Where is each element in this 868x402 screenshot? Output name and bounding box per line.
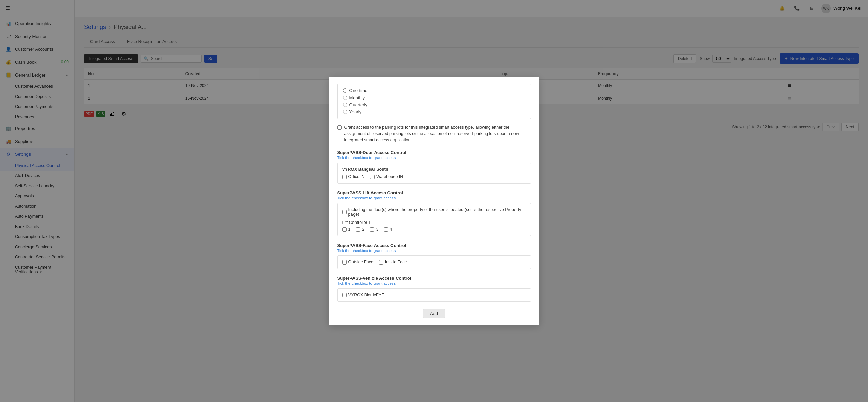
parking-label[interactable]: Grant access to the parking lots for thi… bbox=[344, 124, 531, 143]
door-access-hint: Tick the checkbox to grant access bbox=[337, 156, 531, 160]
include-floor-label[interactable]: Including the floor(s) where the propert… bbox=[348, 207, 526, 217]
lift-access-hint: Tick the checkbox to grant access bbox=[337, 196, 531, 200]
door-warehouse-in-label[interactable]: Warehouse IN bbox=[376, 174, 403, 179]
modal-body: One-time Monthly Quarterly Yearly G bbox=[329, 77, 539, 325]
vehicle-access-section: SuperPASS-Vehicle Access Control Tick th… bbox=[337, 276, 531, 302]
door-access-group-title: VYROX Bangsar South bbox=[342, 167, 526, 172]
lift-controller-title: Lift Controller 1 bbox=[342, 220, 526, 225]
floor-4-label[interactable]: 4 bbox=[390, 227, 392, 232]
door-office-in: Office IN bbox=[342, 174, 365, 179]
frequency-box: One-time Monthly Quarterly Yearly bbox=[337, 84, 531, 119]
modal-dialog: One-time Monthly Quarterly Yearly G bbox=[329, 77, 539, 325]
parking-checkbox[interactable] bbox=[337, 125, 342, 130]
radio-yearly-input[interactable] bbox=[343, 110, 347, 114]
vyrox-bionic-eye-label[interactable]: VYROX BionicEYE bbox=[348, 293, 384, 297]
floor-3-label[interactable]: 3 bbox=[376, 227, 378, 232]
vehicle-access-checkboxes: VYROX BionicEYE bbox=[342, 293, 526, 297]
face-access-section: SuperPASS-Face Access Control Tick the c… bbox=[337, 243, 531, 269]
outside-face-checkbox[interactable] bbox=[342, 260, 347, 265]
radio-one-time: One-time bbox=[343, 88, 525, 93]
include-floor-row: Including the floor(s) where the propert… bbox=[342, 207, 526, 217]
radio-monthly-label[interactable]: Monthly bbox=[349, 95, 365, 100]
door-access-inner: VYROX Bangsar South Office IN Warehouse … bbox=[337, 163, 531, 184]
inside-face: Inside Face bbox=[379, 260, 407, 265]
face-access-title: SuperPASS-Face Access Control bbox=[337, 243, 531, 248]
face-access-inner: Outside Face Inside Face bbox=[337, 255, 531, 269]
lift-access-title: SuperPASS-Lift Access Control bbox=[337, 190, 531, 195]
door-access-section: SuperPASS-Door Access Control Tick the c… bbox=[337, 150, 531, 184]
radio-one-time-label[interactable]: One-time bbox=[349, 88, 367, 93]
floor-4: 4 bbox=[384, 227, 392, 232]
radio-monthly-input[interactable] bbox=[343, 96, 347, 100]
vyrox-bionic-eye-checkbox[interactable] bbox=[342, 293, 347, 297]
radio-monthly: Monthly bbox=[343, 95, 525, 100]
include-floor-checkbox[interactable] bbox=[342, 210, 347, 214]
vyrox-bionic-eye: VYROX BionicEYE bbox=[342, 293, 384, 297]
floor-1: 1 bbox=[342, 227, 351, 232]
outside-face-label[interactable]: Outside Face bbox=[348, 260, 374, 265]
door-access-checkboxes: Office IN Warehouse IN bbox=[342, 174, 526, 179]
radio-quarterly: Quarterly bbox=[343, 102, 525, 107]
modal-overlay[interactable]: One-time Monthly Quarterly Yearly G bbox=[0, 0, 868, 402]
inside-face-label[interactable]: Inside Face bbox=[385, 260, 407, 265]
vehicle-access-title: SuperPASS-Vehicle Access Control bbox=[337, 276, 531, 281]
lift-floor-checkboxes: 1 2 3 4 bbox=[342, 227, 526, 232]
radio-yearly: Yearly bbox=[343, 109, 525, 114]
door-warehouse-in: Warehouse IN bbox=[370, 174, 403, 179]
lift-controller: Lift Controller 1 1 2 bbox=[342, 220, 526, 232]
radio-one-time-input[interactable] bbox=[343, 88, 347, 93]
vehicle-access-hint: Tick the checkbox to grant access bbox=[337, 281, 531, 285]
vehicle-access-inner: VYROX BionicEYE bbox=[337, 288, 531, 302]
floor-2-label[interactable]: 2 bbox=[362, 227, 364, 232]
floor-3: 3 bbox=[370, 227, 378, 232]
door-office-in-label[interactable]: Office IN bbox=[348, 174, 365, 179]
door-warehouse-in-checkbox[interactable] bbox=[370, 175, 375, 179]
face-access-checkboxes: Outside Face Inside Face bbox=[342, 260, 526, 265]
floor-1-label[interactable]: 1 bbox=[348, 227, 351, 232]
radio-quarterly-input[interactable] bbox=[343, 103, 347, 107]
floor-1-checkbox[interactable] bbox=[342, 227, 347, 232]
parking-checkbox-row: Grant access to the parking lots for thi… bbox=[337, 124, 531, 143]
lift-access-section: SuperPASS-Lift Access Control Tick the c… bbox=[337, 190, 531, 236]
add-button[interactable]: Add bbox=[423, 309, 445, 318]
floor-4-checkbox[interactable] bbox=[384, 227, 388, 232]
face-access-hint: Tick the checkbox to grant access bbox=[337, 249, 531, 253]
radio-quarterly-label[interactable]: Quarterly bbox=[349, 102, 367, 107]
floor-2-checkbox[interactable] bbox=[356, 227, 360, 232]
lift-access-inner: Including the floor(s) where the propert… bbox=[337, 203, 531, 236]
floor-2: 2 bbox=[356, 227, 364, 232]
outside-face: Outside Face bbox=[342, 260, 374, 265]
radio-yearly-label[interactable]: Yearly bbox=[349, 109, 362, 114]
door-access-title: SuperPASS-Door Access Control bbox=[337, 150, 531, 155]
inside-face-checkbox[interactable] bbox=[379, 260, 383, 265]
door-office-in-checkbox[interactable] bbox=[342, 175, 347, 179]
floor-3-checkbox[interactable] bbox=[370, 227, 374, 232]
